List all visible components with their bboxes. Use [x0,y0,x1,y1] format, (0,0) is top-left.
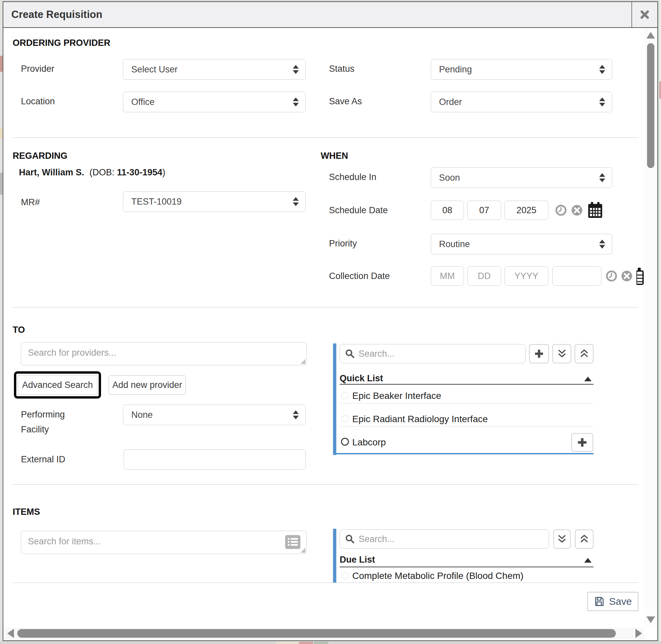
selected-row-underline [336,453,594,454]
save-icon [594,596,604,607]
background-fragment [276,642,299,644]
schedule-date-calendar-icon[interactable] [588,202,603,218]
provider-select[interactable]: Select User [123,59,306,80]
collapse-all-button[interactable] [553,529,571,549]
plus-icon [534,349,544,359]
priority-select[interactable]: Routine [431,234,612,254]
collection-month-input[interactable] [431,267,464,285]
scroll-left-icon[interactable] [7,629,14,638]
radio-icon[interactable] [341,392,349,399]
section-divider [13,138,639,138]
item-panel-search-input[interactable] [358,534,549,544]
to-heading: TO [13,325,25,335]
quick-list-accent-bar [333,343,336,455]
schedule-month-input[interactable] [431,201,464,220]
location-select[interactable]: Office [123,92,306,112]
performing-facility-select-value: None [131,410,153,420]
create-requisition-dialog: Create Requisition ORDERING PROVIDER Pro… [3,1,658,641]
vertical-scrollbar-thumb[interactable] [647,43,654,168]
radio-icon[interactable] [341,572,349,579]
radio-icon[interactable] [341,415,349,422]
priority-select-value: Routine [439,239,470,249]
item-search-box [21,531,307,554]
search-icon [345,349,355,359]
add-provider-to-list-button[interactable] [529,344,549,363]
schedule-date-clear-icon[interactable] [571,204,583,216]
collection-time-input[interactable] [552,267,601,285]
external-id-input[interactable] [124,450,306,469]
advanced-search-button[interactable]: Advanced Search [18,375,97,395]
provider-label: Provider [21,64,54,74]
collapse-all-button[interactable] [552,344,571,363]
plus-icon [577,437,588,448]
status-select[interactable]: Pending [431,59,612,80]
schedule-time-clock-icon[interactable] [555,204,567,216]
collection-date-clear-icon[interactable] [621,270,633,282]
list-item[interactable]: Epic Beaker Interface [340,385,594,403]
horizontal-scrollbar-thumb[interactable] [17,629,616,638]
item-list-icon[interactable] [285,535,301,549]
provider-select-value: Select User [131,64,178,75]
close-button[interactable] [632,2,657,27]
resize-handle-icon[interactable] [301,548,305,553]
updown-icon [293,197,299,206]
item-search-input[interactable] [21,531,306,554]
list-item-selected[interactable]: Labcorp [340,431,594,453]
updown-icon [599,65,605,74]
due-list-accent-bar [333,529,336,582]
ordering-provider-heading: ORDERING PROVIDER [13,38,110,48]
updown-icon [599,174,605,182]
close-icon [640,9,650,20]
regarding-heading: REGARDING [13,151,67,161]
provider-search-input[interactable] [21,342,306,365]
save-as-select[interactable]: Order [431,92,612,112]
expand-all-button[interactable] [575,344,594,363]
schedule-in-select[interactable]: Soon [431,167,612,188]
schedule-day-input[interactable] [467,201,501,220]
add-labcorp-button[interactable] [571,433,593,452]
mr-select-value: TEST-10019 [131,197,182,207]
quick-list-title: Quick List [340,373,383,384]
external-id-label: External ID [21,454,65,465]
background-fragment [0,128,3,138]
vertical-scrollbar[interactable] [644,28,657,628]
save-as-label: Save As [329,96,362,107]
resize-handle-icon[interactable] [301,359,305,364]
collection-day-input[interactable] [467,267,501,285]
horizontal-scrollbar[interactable] [3,628,644,639]
radio-selected-icon[interactable] [341,438,349,446]
collection-time-clock-icon[interactable] [605,270,617,282]
background-fragment [659,82,661,99]
updown-icon [599,240,605,249]
updown-icon [293,411,299,419]
section-divider [13,484,639,485]
dialog-title: Create Requisition [11,9,102,21]
expand-all-button[interactable] [575,529,594,549]
schedule-year-input[interactable] [505,201,548,220]
scroll-up-icon[interactable] [646,32,655,39]
patient-dob: (DOB: 11-30-1954) [89,167,165,178]
collection-year-input[interactable] [505,267,548,285]
location-select-value: Office [131,97,155,107]
background-fragment [314,642,328,644]
provider-search-box [21,342,307,365]
add-new-provider-button[interactable]: Add new provider [109,375,186,395]
dob-suffix: ) [162,167,165,177]
advanced-search-focus-ring: Advanced Search [14,371,101,398]
background-fragment [0,56,3,72]
updown-icon [293,65,299,74]
list-item-label: Epic Beaker Interface [352,391,441,401]
save-button[interactable]: Save [587,592,638,611]
when-heading: WHEN [321,151,348,161]
collapse-icon[interactable] [584,377,592,381]
list-item[interactable]: Complete Metabolic Profile (Blood Chem) [340,567,594,582]
scroll-down-icon[interactable] [646,616,655,623]
list-item[interactable]: Epic Radiant Radiology Interface [340,408,594,427]
scroll-right-icon[interactable] [635,629,642,638]
performing-facility-select[interactable]: None [123,405,306,425]
priority-label: Priority [329,238,357,249]
status-label: Status [329,64,355,74]
provider-panel-search-input[interactable] [358,349,525,359]
mr-select[interactable]: TEST-10019 [123,191,306,212]
collapse-icon[interactable] [584,558,592,562]
